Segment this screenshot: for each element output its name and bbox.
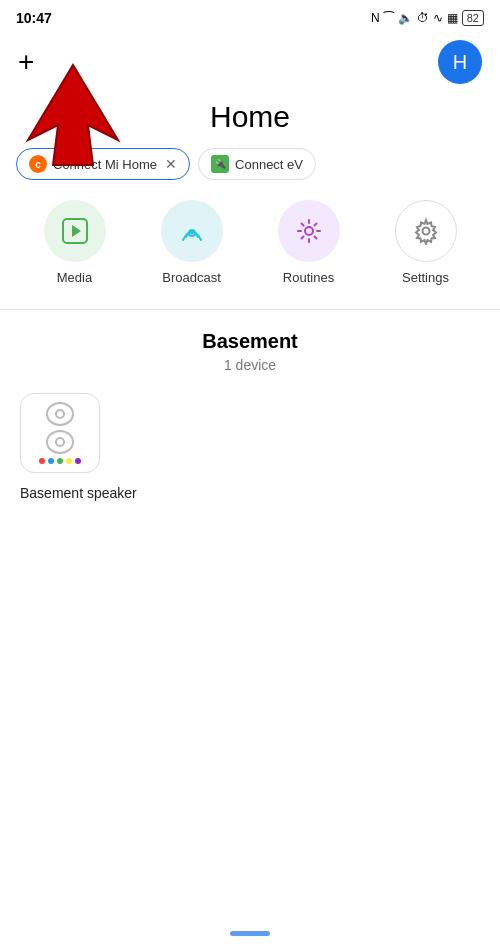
broadcast-circle	[161, 200, 223, 262]
media-icon	[61, 217, 89, 245]
dot-yellow	[66, 458, 72, 464]
svg-point-4	[190, 232, 193, 235]
status-icons: N ⁀ 🔈 ⏱ ∿ ▦ 82	[371, 10, 484, 26]
action-media[interactable]: Media	[44, 200, 106, 285]
bluetooth-icon: ⁀	[384, 11, 394, 25]
routines-label: Routines	[283, 270, 334, 285]
broadcast-icon	[178, 217, 206, 245]
room-device-count: 1 device	[20, 357, 480, 373]
speaker-circle-small	[55, 409, 65, 419]
status-time: 10:47	[16, 10, 52, 26]
action-routines[interactable]: Routines	[278, 200, 340, 285]
bottom-nav-hint	[230, 931, 270, 936]
tab-mi-home[interactable]: c Connect Mi Home ✕	[16, 148, 190, 180]
device-name-label: Basement speaker	[20, 485, 137, 501]
speaker-circle-large-2	[46, 430, 74, 454]
alarm-icon: ⏱	[417, 11, 429, 25]
svg-marker-2	[72, 225, 81, 237]
tab-connect-ev[interactable]: 🔌 Connect eV	[198, 148, 316, 180]
signal-icon: ▦	[447, 11, 458, 25]
dot-green	[57, 458, 63, 464]
device-icon-box	[20, 393, 100, 473]
mi-home-icon: c	[29, 155, 47, 173]
tab-mi-home-label: Connect Mi Home	[53, 157, 157, 172]
media-circle	[44, 200, 106, 262]
dot-purple	[75, 458, 81, 464]
svg-line-12	[314, 224, 316, 226]
page-title: Home	[0, 100, 500, 134]
room-section: Basement 1 device Basement speaker	[0, 330, 500, 501]
room-title: Basement	[20, 330, 480, 353]
broadcast-label: Broadcast	[162, 270, 221, 285]
routines-circle	[278, 200, 340, 262]
sound-icon: 🔈	[398, 11, 413, 25]
dot-red	[39, 458, 45, 464]
wifi-icon: ∿	[433, 11, 443, 25]
tab-connect-ev-label: Connect eV	[235, 157, 303, 172]
svg-point-5	[305, 227, 313, 235]
settings-icon	[412, 217, 440, 245]
section-divider	[0, 309, 500, 310]
battery-indicator: 82	[462, 10, 484, 26]
nfc-icon: N	[371, 11, 380, 25]
speaker-circle-small-2	[55, 437, 65, 447]
tab-mi-home-close[interactable]: ✕	[165, 156, 177, 172]
svg-line-10	[301, 224, 303, 226]
media-label: Media	[57, 270, 92, 285]
action-settings[interactable]: Settings	[395, 200, 457, 285]
device-status-dots	[39, 458, 81, 464]
device-card-basement-speaker[interactable]: Basement speaker	[20, 393, 137, 501]
svg-line-13	[301, 237, 303, 239]
dot-blue	[48, 458, 54, 464]
quick-actions: Media Broadcast	[0, 200, 500, 285]
tabs-row: c Connect Mi Home ✕ 🔌 Connect eV	[0, 148, 500, 180]
add-button[interactable]: +	[18, 48, 34, 76]
action-broadcast[interactable]: Broadcast	[161, 200, 223, 285]
connect-ev-icon: 🔌	[211, 155, 229, 173]
settings-label: Settings	[402, 270, 449, 285]
top-bar: + H	[0, 32, 500, 92]
user-avatar[interactable]: H	[438, 40, 482, 84]
status-bar: 10:47 N ⁀ 🔈 ⏱ ∿ ▦ 82	[0, 0, 500, 32]
routines-icon	[295, 217, 323, 245]
settings-circle	[395, 200, 457, 262]
svg-line-11	[314, 237, 316, 239]
svg-point-14	[422, 228, 429, 235]
speaker-circle-large	[46, 402, 74, 426]
